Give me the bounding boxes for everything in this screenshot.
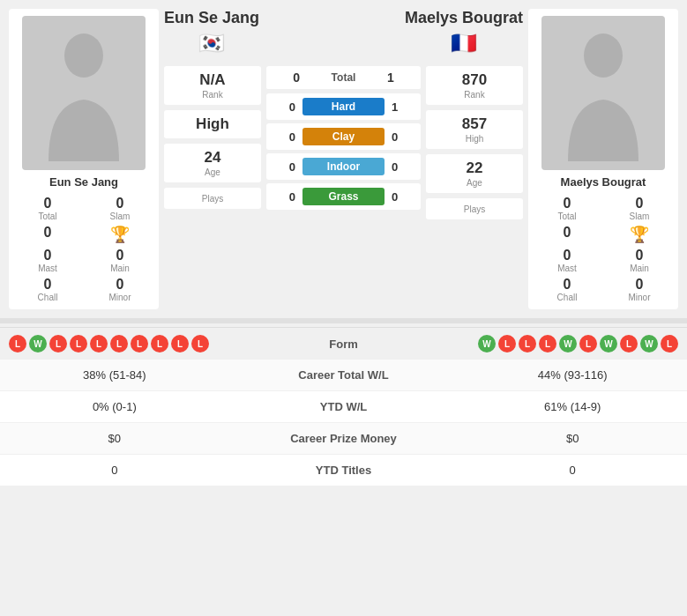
stats-table: 38% (51-84) Career Total W/L 44% (93-116…	[0, 360, 687, 486]
comparison-section: Eun Se Jang 0 Total 0 Slam 0 🏆	[0, 0, 687, 318]
right-minor-stat: 0 Minor	[608, 277, 671, 302]
form-badge-right: L	[519, 335, 536, 353]
stat-val-right: $0	[458, 423, 687, 455]
form-badge-left: L	[70, 335, 87, 353]
middle-col: Eun Se Jang 🇰🇷 Maelys Bougrat 🇫🇷 N/A Ran…	[164, 9, 523, 309]
total-score-right: 1	[387, 71, 414, 85]
right-mast-lbl: Mast	[557, 263, 577, 273]
left-mast-label-stat: 0 Mast	[16, 248, 79, 273]
form-badge-right: L	[539, 335, 556, 353]
right-flag: 🇫🇷	[451, 31, 477, 56]
right-chall-value: 0	[564, 277, 571, 293]
left-plays-box: Plays	[164, 188, 261, 209]
form-section: LWLLLLLLLL Form WLLLWLWLWL	[0, 327, 687, 360]
hard-row: 0 Hard 1	[266, 93, 421, 120]
left-rank-value: N/A	[171, 71, 254, 89]
left-slam-value: 0	[116, 196, 124, 212]
form-badge-left: L	[171, 335, 189, 353]
indoor-badge: Indoor	[302, 158, 385, 175]
right-slam-label: Slam	[630, 212, 650, 221]
left-trophy-icon: 🏆	[110, 225, 130, 244]
right-slam-stat: 0 Slam	[608, 196, 671, 221]
stats-row: 38% (51-84) Career Total W/L 44% (93-116…	[0, 360, 687, 391]
left-total-value: 0	[44, 196, 52, 212]
left-rank-label: Rank	[171, 90, 254, 100]
left-minor-value: 0	[116, 277, 124, 293]
separator	[0, 318, 687, 323]
form-badge-left: W	[29, 335, 47, 353]
right-high-value: 857	[433, 115, 516, 133]
hard-score-left: 0	[273, 100, 295, 114]
form-badge-right: W	[559, 335, 577, 353]
left-high-box: High	[164, 110, 261, 138]
form-badge-left: L	[110, 335, 128, 353]
left-rank-box: N/A Rank	[164, 66, 261, 105]
right-name-flag: Maelys Bougrat 🇫🇷	[405, 9, 523, 56]
right-plays-box: Plays	[426, 198, 523, 219]
stat-label: Career Total W/L	[229, 360, 459, 391]
grass-badge: Grass	[302, 188, 385, 205]
clay-row: 0 Clay 0	[266, 123, 421, 150]
left-stats-grid: 0 Total 0 Slam 0 🏆	[16, 196, 152, 244]
left-mast-value: 0	[44, 225, 52, 241]
right-high-label: High	[433, 134, 516, 144]
left-bottom-stats: 0 Mast 0 Main 0 Chall 0 Minor	[16, 248, 152, 302]
indoor-score-left: 0	[273, 160, 295, 174]
left-name-top: Eun Se Jang	[164, 9, 259, 27]
right-mast-label-stat: 0 Mast	[535, 248, 599, 273]
left-player-card: Eun Se Jang 0 Total 0 Slam 0 🏆	[9, 9, 159, 309]
left-age-label: Age	[171, 167, 254, 177]
stat-label: YTD W/L	[229, 391, 459, 423]
total-label: Total	[300, 71, 387, 84]
stat-val-right: 44% (93-116)	[458, 360, 687, 391]
left-slam-label: Slam	[110, 212, 131, 221]
right-minor-label: Minor	[628, 293, 650, 302]
svg-point-0	[64, 33, 103, 78]
form-label: Form	[309, 338, 379, 351]
left-slam-stat: 0 Slam	[88, 196, 152, 221]
stats-row: 0 YTD Titles 0	[0, 455, 687, 486]
stat-val-left: 0% (0-1)	[0, 391, 229, 423]
left-main-stat: 0 Main	[88, 248, 152, 273]
form-badge-left: L	[131, 335, 148, 353]
left-trophy-block: 🏆	[88, 225, 152, 244]
right-minor-value: 0	[636, 277, 644, 293]
right-main-stat: 0 Main	[608, 248, 671, 273]
left-main-value: 0	[116, 248, 124, 263]
left-mast-stat: 0	[16, 225, 79, 244]
form-left: LWLLLLLLLL	[9, 335, 309, 353]
indoor-score-right: 0	[392, 160, 414, 174]
stats-row: 0% (0-1) YTD W/L 61% (14-9)	[0, 391, 687, 423]
form-badge-right: W	[478, 335, 496, 353]
form-badge-left: L	[191, 335, 209, 353]
right-total-label: Total	[557, 212, 576, 221]
indoor-row: 0 Indoor 0	[266, 153, 421, 180]
form-badge-left: L	[151, 335, 168, 353]
grass-row: 0 Grass 0	[266, 183, 421, 210]
right-mast-stat: 0	[535, 225, 599, 244]
right-age-box: 22 Age	[426, 154, 523, 193]
right-total-stat: 0 Total	[535, 196, 599, 221]
names-header: Eun Se Jang 🇰🇷 Maelys Bougrat 🇫🇷	[164, 9, 523, 61]
left-total-label: Total	[38, 212, 56, 221]
right-player-avatar	[541, 16, 665, 170]
left-mast-lbl: Mast	[38, 263, 57, 273]
right-chall-label: Chall	[557, 293, 578, 302]
main-container: Eun Se Jang 0 Total 0 Slam 0 🏆	[0, 0, 687, 486]
left-mid-block: N/A Rank High 24 Age Plays	[164, 66, 261, 219]
left-minor-label: Minor	[108, 293, 131, 302]
stat-label: YTD Titles	[229, 455, 459, 486]
form-badge-right: L	[620, 335, 638, 353]
form-badge-right: W	[600, 335, 617, 353]
clay-score-right: 0	[392, 130, 414, 144]
right-total-value: 0	[564, 196, 571, 212]
grass-score-right: 0	[392, 190, 414, 204]
left-total-stat: 0 Total	[16, 196, 79, 221]
stat-val-left: 38% (51-84)	[0, 360, 229, 391]
left-mast-val2: 0	[44, 248, 52, 263]
stats-row: $0 Career Prize Money $0	[0, 423, 687, 455]
stat-val-left: 0	[0, 455, 229, 486]
left-name-flag: Eun Se Jang 🇰🇷	[164, 9, 259, 56]
mid-stats-row: N/A Rank High 24 Age Plays	[164, 66, 523, 219]
total-row: 0 Total 1	[266, 66, 421, 90]
